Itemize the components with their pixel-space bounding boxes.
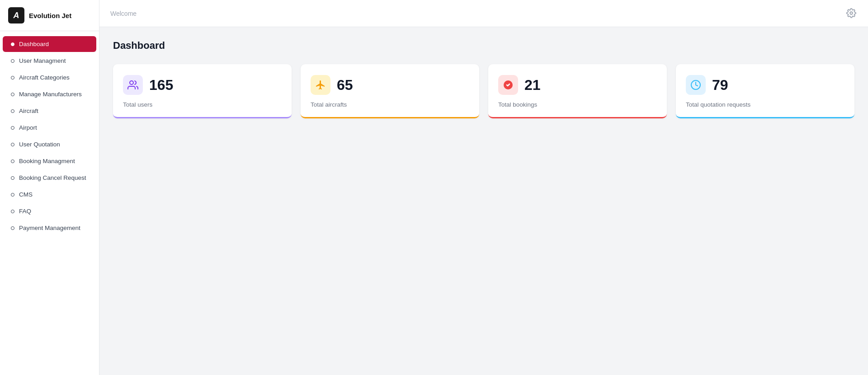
topbar: Welcome xyxy=(99,0,868,27)
sidebar-item-aircraft[interactable]: Aircraft xyxy=(3,103,96,119)
welcome-text: Welcome xyxy=(110,10,137,17)
nav-dot-icon xyxy=(11,143,14,146)
app-title: Evolution Jet xyxy=(29,12,71,19)
settings-icon[interactable] xyxy=(846,8,857,19)
nav-dot-icon xyxy=(11,176,14,180)
aircrafts-label: Total aircrafts xyxy=(311,101,469,108)
quotations-icon xyxy=(686,75,706,95)
sidebar-item-label: Booking Managment xyxy=(19,158,75,164)
nav-dot-icon xyxy=(11,42,14,46)
sidebar-item-cms[interactable]: CMS xyxy=(3,187,96,202)
sidebar-item-aircraft-categories[interactable]: Aircraft Categories xyxy=(3,70,96,85)
nav-dot-icon xyxy=(11,93,14,96)
aircrafts-icon xyxy=(311,75,330,95)
sidebar-item-user-quotation[interactable]: User Quotation xyxy=(3,136,96,152)
page-title: Dashboard xyxy=(113,40,854,52)
sidebar-item-label: Booking Cancel Request xyxy=(19,174,86,181)
quotations-number: 79 xyxy=(712,77,728,94)
sidebar-item-faq[interactable]: FAQ xyxy=(3,203,96,219)
sidebar: A Evolution Jet DashboardUser ManagmentA… xyxy=(0,0,99,375)
logo-icon: A xyxy=(8,7,24,23)
stats-grid: 165Total users65Total aircrafts21Total b… xyxy=(113,64,854,118)
users-label: Total users xyxy=(123,101,282,108)
bookings-icon xyxy=(498,75,518,95)
sidebar-item-user-management[interactable]: User Managment xyxy=(3,53,96,69)
stat-card-users: 165Total users xyxy=(113,64,292,118)
nav-dot-icon xyxy=(11,193,14,197)
bookings-number: 21 xyxy=(524,77,541,94)
svg-point-0 xyxy=(850,12,853,14)
nav-dot-icon xyxy=(11,59,14,63)
stat-card-aircrafts: 65Total aircrafts xyxy=(301,64,479,118)
nav-dot-icon xyxy=(11,126,14,130)
sidebar-item-booking-management[interactable]: Booking Managment xyxy=(3,153,96,169)
sidebar-item-label: Airport xyxy=(19,124,37,131)
sidebar-item-booking-cancel-request[interactable]: Booking Cancel Request xyxy=(3,170,96,186)
nav-dot-icon xyxy=(11,210,14,213)
stat-card-bookings: 21Total bookings xyxy=(488,64,667,118)
bookings-label: Total bookings xyxy=(498,101,657,108)
users-icon xyxy=(123,75,143,95)
sidebar-item-label: Payment Management xyxy=(19,225,80,231)
sidebar-item-label: FAQ xyxy=(19,208,31,215)
sidebar-item-label: Dashboard xyxy=(19,41,49,47)
aircrafts-number: 65 xyxy=(337,77,353,94)
sidebar-item-label: Aircraft xyxy=(19,108,38,114)
quotations-label: Total quotation requests xyxy=(686,101,844,108)
sidebar-item-dashboard[interactable]: Dashboard xyxy=(3,36,96,52)
nav-dot-icon xyxy=(11,109,14,113)
sidebar-item-label: Aircraft Categories xyxy=(19,74,70,81)
sidebar-item-payment-management[interactable]: Payment Management xyxy=(3,220,96,236)
sidebar-item-label: CMS xyxy=(19,191,33,198)
sidebar-logo: A Evolution Jet xyxy=(0,0,99,31)
sidebar-item-label: Manage Manufacturers xyxy=(19,91,82,98)
nav-dot-icon xyxy=(11,159,14,163)
sidebar-nav: DashboardUser ManagmentAircraft Categori… xyxy=(0,31,99,375)
svg-point-1 xyxy=(130,81,133,84)
sidebar-item-label: User Managment xyxy=(19,57,66,64)
sidebar-item-manage-manufacturers[interactable]: Manage Manufacturers xyxy=(3,86,96,102)
stat-card-quotations: 79Total quotation requests xyxy=(676,64,854,118)
users-number: 165 xyxy=(149,77,173,94)
main-area: Welcome Dashboard 165Total users65Total … xyxy=(99,0,868,375)
sidebar-item-label: User Quotation xyxy=(19,141,60,148)
nav-dot-icon xyxy=(11,226,14,230)
sidebar-item-airport[interactable]: Airport xyxy=(3,120,96,136)
nav-dot-icon xyxy=(11,76,14,80)
page-content: Dashboard 165Total users65Total aircraft… xyxy=(99,27,868,375)
